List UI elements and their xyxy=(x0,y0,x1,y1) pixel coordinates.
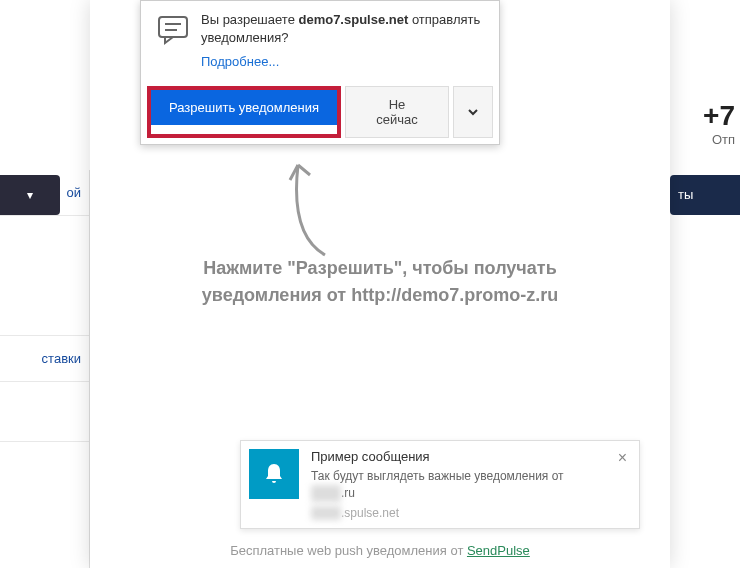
phone-number: +7 xyxy=(703,100,735,132)
permission-domain: demo7.spulse.net xyxy=(298,12,408,27)
sidebar-spacer xyxy=(0,216,89,336)
chevron-down-icon: ▾ xyxy=(0,175,60,215)
notification-permission-dialog: Вы разрешаете demo7.spulse.net отправлят… xyxy=(140,0,500,145)
notification-description: Так будут выглядеть важные уведомления о… xyxy=(311,468,614,502)
svg-rect-0 xyxy=(159,17,187,37)
sendpulse-link[interactable]: SendPulse xyxy=(467,543,530,558)
learn-more-link[interactable]: Подробнее... xyxy=(201,53,279,71)
footer-attribution: Бесплатные web push уведомления от SendP… xyxy=(90,543,670,558)
right-nav-button[interactable]: ты xyxy=(670,175,740,215)
permission-question: Вы разрешаете demo7.spulse.net отправлят… xyxy=(201,11,480,72)
sidebar-spacer xyxy=(0,382,89,442)
instruction-text: Нажмите "Разрешить", чтобы получать увед… xyxy=(130,255,630,309)
bell-icon xyxy=(249,449,299,499)
sidebar-item[interactable]: ставки xyxy=(0,336,89,382)
chat-bubble-icon xyxy=(155,11,191,47)
instruction-arrow-icon xyxy=(270,135,350,269)
close-icon[interactable]: × xyxy=(614,449,631,520)
notification-source: xxxxx.spulse.net xyxy=(311,506,614,520)
dropdown-button[interactable] xyxy=(453,86,493,138)
notification-title: Пример сообщения xyxy=(311,449,614,464)
sample-notification: Пример сообщения Так будут выглядеть важ… xyxy=(240,440,640,529)
allow-button-highlight: Разрешить уведомления xyxy=(147,86,341,138)
left-sidebar-partial: ой ставки xyxy=(0,170,90,568)
phone-label: Отп xyxy=(703,132,735,147)
phone-display: +7 Отп xyxy=(703,100,740,147)
left-dropdown-button[interactable]: ▾ xyxy=(0,175,60,215)
chevron-down-icon xyxy=(466,105,480,119)
not-now-button[interactable]: Не сейчас xyxy=(345,86,449,138)
allow-notifications-button[interactable]: Разрешить уведомления xyxy=(151,90,337,125)
